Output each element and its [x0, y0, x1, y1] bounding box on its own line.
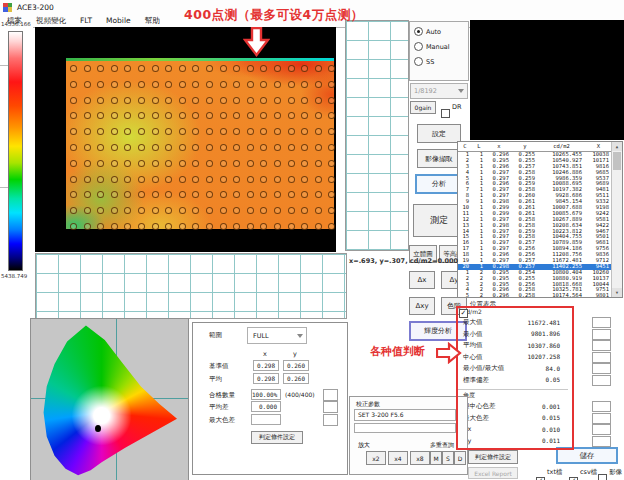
measurement-point: [179, 160, 186, 167]
result-label: 最大值: [463, 318, 483, 327]
reference-label: 基準值: [209, 362, 229, 371]
measurement-point: [247, 207, 254, 214]
table-body[interactable]: 110.2960.25510265.45510038210.2950.25510…: [458, 152, 612, 299]
scroll-down-icon[interactable]: ▼: [612, 288, 622, 297]
cie-chromaticity-diagram[interactable]: [30, 318, 189, 480]
measurement-point: [220, 160, 227, 167]
color-scale: 14536.166 5438.749: [0, 27, 33, 289]
app-window: ACE3-200 檔案視頻變化FLTMobile幫助 14536.166 543…: [0, 0, 624, 480]
analyze-button[interactable]: 分析: [415, 174, 463, 194]
measurement-point: [165, 128, 172, 135]
calibration-empty-field[interactable]: [354, 423, 456, 433]
gain-button[interactable]: 0gain: [410, 101, 436, 114]
avg-diff-field[interactable]: 0.000: [251, 401, 281, 412]
measurement-point: [138, 81, 145, 88]
checkbox-box[interactable]: [598, 474, 607, 480]
measurement-point: [233, 128, 240, 135]
measurement-point: [233, 65, 240, 72]
multi-query-D-button[interactable]: D: [454, 451, 466, 465]
measurement-point: [124, 97, 131, 104]
measurement-point: [192, 223, 199, 230]
avg-diff-label: 平均差: [209, 403, 229, 412]
measurement-point: [124, 223, 131, 230]
chevron-down-icon: [297, 334, 303, 338]
heatmap-window[interactable]: [35, 27, 336, 252]
result-value: 10207.258: [495, 353, 560, 360]
measurement-point: [70, 144, 77, 151]
measurement-point: [220, 112, 227, 119]
measurement-point: [84, 160, 91, 167]
save-button[interactable]: 儲存: [556, 447, 618, 464]
mode-radio-row[interactable]: Manual: [414, 42, 450, 51]
measurement-point: [192, 97, 199, 104]
measurement-point: [220, 97, 227, 104]
delta-xy-button[interactable]: Δxy: [409, 297, 435, 315]
measurement-point: [247, 160, 254, 167]
table-cell: 5: [458, 293, 472, 299]
radio-icon[interactable]: [414, 57, 423, 66]
average-x-field[interactable]: 0.298: [253, 373, 279, 384]
measurement-point: [328, 97, 335, 104]
position-display-checkbox[interactable]: 位置表示: [459, 300, 496, 319]
dr-checkbox[interactable]: DR: [441, 103, 462, 122]
file-format-checkbox[interactable]: 影像檔: [598, 468, 624, 480]
result-value: 84.0: [495, 365, 560, 372]
radio-icon[interactable]: [414, 42, 423, 51]
mode-radio-row[interactable]: SS: [414, 57, 434, 66]
image-capture-button[interactable]: 影像擷取: [417, 149, 461, 168]
measurement-point: [138, 207, 145, 214]
measurement-point: [315, 112, 322, 119]
table-cell: 9801: [585, 293, 612, 299]
measurement-point: [84, 223, 91, 230]
measurement-point: [111, 112, 118, 119]
measurement-point: [274, 160, 281, 167]
measurement-point: [233, 81, 240, 88]
table-scrollbar[interactable]: ▲ ▼: [611, 142, 622, 297]
position-checkbox-box[interactable]: [459, 309, 468, 318]
menu-item[interactable]: Mobile: [99, 16, 138, 25]
radio-icon[interactable]: [414, 27, 423, 36]
zoom-x8-button[interactable]: x8: [410, 451, 430, 465]
multi-query-M-button[interactable]: M: [430, 451, 442, 465]
results-panel: cd/m2 色度 最大值11672.481最小值9801.896平均值10307…: [455, 305, 624, 446]
scroll-up-icon[interactable]: ▲: [612, 142, 622, 151]
max-diff-field[interactable]: [251, 414, 281, 425]
dr-checkbox-box[interactable]: [441, 109, 450, 118]
calibration-value-field[interactable]: SET 3-200 F5.6: [354, 409, 456, 421]
scale-min-label: 5438.749: [1, 273, 27, 279]
file-format-checkbox[interactable]: txt檔: [536, 468, 562, 480]
range-judge-condition-button[interactable]: 判定條件設定: [251, 431, 303, 444]
table-row[interactable]: 520.2960.25810174.5649801: [458, 293, 612, 299]
measurement-point: [301, 207, 308, 214]
measurement-point: [97, 97, 104, 104]
zoom-x2-button[interactable]: x2: [366, 451, 386, 465]
judge-condition-button[interactable]: 判定條件設定: [468, 450, 518, 464]
table-header-cell: X: [585, 142, 612, 151]
range-dropdown[interactable]: FULL: [247, 327, 307, 344]
pass-percent-field: 100.00%: [251, 389, 281, 400]
shutter-dropdown[interactable]: 1/8192: [410, 83, 468, 99]
average-y-field[interactable]: 0.260: [283, 373, 309, 384]
measurement-point: [165, 81, 172, 88]
reference-x-field[interactable]: 0.298: [253, 360, 279, 371]
reference-y-field[interactable]: 0.260: [283, 360, 309, 371]
zoom-x4-button[interactable]: x4: [388, 451, 408, 465]
table-header-cell: cd/m2: [538, 142, 585, 151]
measurement-table[interactable]: CLxycd/m2X 110.2960.25510265.45510038210…: [457, 141, 623, 298]
scrollbar-thumb[interactable]: [613, 152, 621, 170]
multi-query-S-button[interactable]: S: [442, 451, 454, 465]
mode-radio-row[interactable]: Auto: [414, 27, 441, 36]
luminance-heatmap[interactable]: [66, 61, 334, 229]
menu-item[interactable]: 視頻變化: [29, 16, 73, 26]
settings-button[interactable]: 設定: [417, 124, 461, 143]
pass-judge-box: [323, 389, 338, 401]
menu-item[interactable]: FLT: [73, 16, 99, 25]
excel-report-button[interactable]: Excel Report: [468, 467, 518, 479]
file-format-checkbox[interactable]: csv檔: [569, 468, 597, 480]
measurement-point: [111, 81, 118, 88]
measurement-point: [315, 207, 322, 214]
menu-item[interactable]: 幫助: [138, 16, 167, 26]
measurement-point: [70, 207, 77, 214]
range-label: 範圍: [209, 331, 222, 340]
delta-x-button[interactable]: Δx: [409, 271, 435, 289]
